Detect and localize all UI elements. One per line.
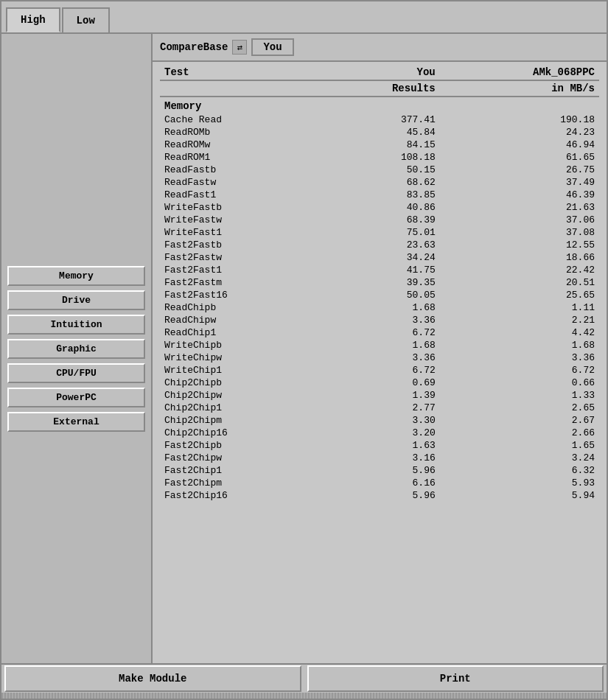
cell-test: ReadChip1 [160,326,322,339]
cell-other: 1.68 [440,339,599,351]
cell-test: Chip2Chipw [160,389,322,402]
sidebar-btn-powerpc[interactable]: PowerPC [7,388,145,407]
cell-other: 1.11 [440,301,599,314]
table-row: Fast2Chipw3.163.24 [160,452,599,464]
sidebar: Memory Drive Intuition Graphic CPU/FPU P… [1,34,153,663]
cell-you: 6.16 [322,477,439,489]
cell-you: 3.30 [322,414,439,427]
cell-other: 3.36 [440,351,599,364]
compare-icon[interactable]: ⇄ [232,40,247,55]
sidebar-btn-external[interactable]: External [7,412,145,432]
cell-test: WriteChipb [160,339,322,351]
cell-you: 5.96 [322,489,439,502]
table-row: WriteFast175.0137.08 [160,226,599,239]
tab-high[interactable]: High [6,7,60,32]
table-row: Fast2Fast141.7522.42 [160,264,599,276]
print-button[interactable]: Print [307,665,604,692]
cell-you: 1.39 [322,389,439,402]
cell-you: 3.36 [322,351,439,364]
cell-other: 12.55 [440,239,599,251]
cell-other: 190.18 [440,113,599,126]
cell-test: Fast2Fastm [160,276,322,289]
tab-bar: High Low [1,1,607,32]
table-row: ReadFast183.8546.39 [160,189,599,201]
table-row: Chip2Chipm3.302.67 [160,414,599,427]
tab-low[interactable]: Low [62,7,110,32]
section-header-memory: Memory [160,97,599,113]
table-row: Fast2Fast1650.0525.65 [160,289,599,301]
table-row: Fast2Fastw34.2418.66 [160,251,599,264]
sidebar-btn-drive[interactable]: Drive [7,290,145,310]
table-row: Fast2Fastm39.3520.51 [160,276,599,289]
table-row: ReadFastb50.1526.75 [160,164,599,176]
cell-test: Chip2Chipb [160,377,322,389]
cell-test: Fast2Fastb [160,239,322,251]
cell-you: 5.96 [322,464,439,477]
cell-other: 46.94 [440,139,599,151]
cell-other: 26.75 [440,164,599,176]
cell-test: Fast2Chipm [160,477,322,489]
cell-you: 41.75 [322,264,439,276]
cell-you: 1.63 [322,439,439,452]
cell-test: ReadFastw [160,176,322,189]
cell-you: 3.36 [322,314,439,326]
cell-test: Fast2Chip1 [160,464,322,477]
cell-test: Chip2Chipm [160,414,322,427]
cell-you: 6.72 [322,364,439,377]
sidebar-btn-memory[interactable]: Memory [7,266,145,286]
table-row: Cache Read377.41190.18 [160,113,599,126]
cell-other: 6.72 [440,364,599,377]
data-table-wrapper[interactable]: Test You AMk_068PPC Results in MB/s Memo… [153,62,607,663]
make-module-button[interactable]: Make Module [4,665,301,692]
cell-other: 2.65 [440,402,599,414]
cell-test: WriteFast1 [160,226,322,239]
table-row: Fast2Chip165.965.94 [160,489,599,502]
cell-you: 68.39 [322,214,439,226]
table-row: Fast2Chipm6.165.93 [160,477,599,489]
cell-test: ReadROM1 [160,151,322,164]
cell-other: 3.24 [440,452,599,464]
table-row: WriteFastb40.8621.63 [160,201,599,214]
sidebar-btn-intuition[interactable]: Intuition [7,315,145,335]
cell-test: Fast2Chipw [160,452,322,464]
sidebar-btn-graphic[interactable]: Graphic [7,339,145,359]
cell-you: 50.05 [322,289,439,301]
compare-you-button[interactable]: You [251,38,293,56]
table-row: Chip2Chip12.772.65 [160,402,599,414]
cell-other: 1.65 [440,439,599,452]
cell-other: 1.33 [440,389,599,402]
cell-other: 37.06 [440,214,599,226]
cell-test: ReadROMw [160,139,322,151]
cell-test: ReadFast1 [160,189,322,201]
cell-you: 0.69 [322,377,439,389]
cell-other: 2.66 [440,427,599,439]
compare-bar: CompareBase ⇄ You [153,34,607,62]
table-row: WriteFastw68.3937.06 [160,214,599,226]
cell-test: ReadChipw [160,314,322,326]
cell-test: WriteFastw [160,214,322,226]
cell-you: 40.86 [322,201,439,214]
cell-test: Fast2Chip16 [160,489,322,502]
table-row: Chip2Chipb0.690.66 [160,377,599,389]
table-row: Chip2Chip163.202.66 [160,427,599,439]
cell-other: 37.49 [440,176,599,189]
main-window: High Low Memory Drive Intuition Graphic … [0,0,608,700]
table-row: ReadFastw68.6237.49 [160,176,599,189]
table-row: ReadChipb1.681.11 [160,301,599,314]
cell-you: 75.01 [322,226,439,239]
bottom-toolbar: Make Module Print [1,663,607,693]
table-row: ReadChipw3.362.21 [160,314,599,326]
cell-other: 24.23 [440,126,599,139]
cell-test: ReadFastb [160,164,322,176]
cell-you: 3.20 [322,427,439,439]
cell-test: ReadChipb [160,301,322,314]
table-row: Fast2Chip15.966.32 [160,464,599,477]
cell-you: 50.15 [322,164,439,176]
cell-other: 4.42 [440,326,599,339]
cell-you: 377.41 [322,113,439,126]
table-row: ReadROMw84.1546.94 [160,139,599,151]
cell-you: 6.72 [322,326,439,339]
sidebar-btn-cpufpu[interactable]: CPU/FPU [7,363,145,383]
cell-you: 45.84 [322,126,439,139]
cell-test: WriteChipw [160,351,322,364]
